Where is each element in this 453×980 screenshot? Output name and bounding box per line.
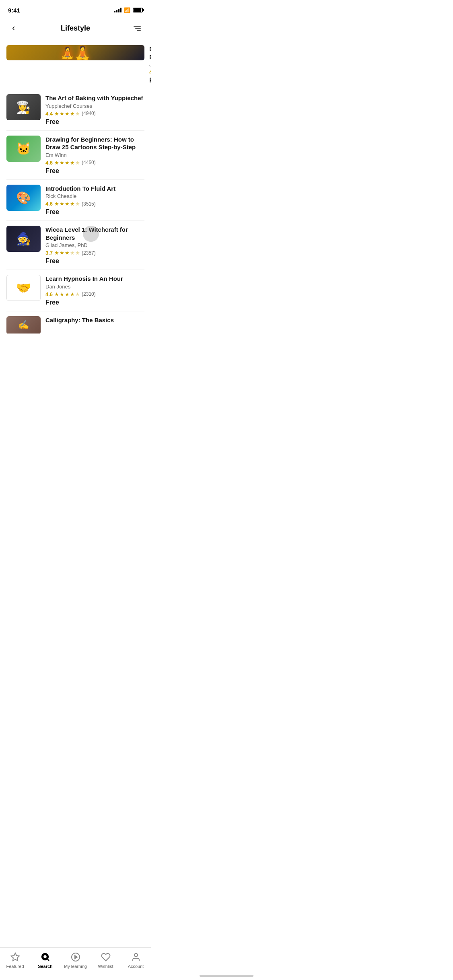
course-title-hypnosis: Learn Hypnosis In An Hour bbox=[45, 275, 144, 283]
course-item-hypnosis[interactable]: 🤝 Learn Hypnosis In An Hour Dan Jones 4.… bbox=[6, 270, 144, 311]
status-bar: 9:41 📶 bbox=[0, 0, 151, 18]
page-header: ‹ Lifestyle bbox=[0, 18, 151, 40]
stars-drawing: ★★★★★ bbox=[54, 160, 80, 166]
course-info-drawing: Drawing for Beginners: How to Draw 25 Ca… bbox=[45, 136, 144, 175]
course-rating-wicca: 3.7 ★★★★★ (2357) bbox=[45, 250, 144, 256]
course-price-fluid: Free bbox=[45, 208, 144, 216]
course-title-wicca: Wicca Level 1: Witchcraft for Beginners bbox=[45, 226, 144, 241]
course-thumbnail-hypnosis: 🤝 bbox=[6, 275, 41, 301]
course-thumbnail-drawing: 🐱 bbox=[6, 136, 41, 162]
course-price-hypnosis: Free bbox=[45, 299, 144, 306]
course-item-drawing[interactable]: 🐱 Drawing for Beginners: How to Draw 25 … bbox=[6, 131, 144, 180]
stars-wicca: ★★★★★ bbox=[54, 250, 80, 256]
course-thumbnail-calligraphy: ✍️ bbox=[6, 316, 41, 334]
course-rating-drawing: 4.6 ★★★★★ (4450) bbox=[45, 160, 144, 166]
stars-hypnosis: ★★★★★ bbox=[54, 291, 80, 297]
course-title-drawing: Drawing for Beginners: How to Draw 25 Ca… bbox=[45, 136, 144, 151]
course-title-fluid: Introduction To Fluid Art bbox=[45, 185, 144, 193]
filter-button[interactable] bbox=[130, 21, 144, 35]
course-thumbnail-energy-body: 🧘 bbox=[6, 45, 144, 60]
course-item-fluid-art[interactable]: 🎨 Introduction To Fluid Art Rick Cheadle… bbox=[6, 180, 144, 221]
course-list: 🧘 Discover your Energy Body James Seriph… bbox=[0, 40, 151, 334]
course-info-calligraphy: Calligraphy: The Basics bbox=[45, 316, 144, 334]
course-instructor-wicca: Gilad James, PhD bbox=[45, 242, 144, 248]
course-rating-baking: 4.4 ★★★★★ (4940) bbox=[45, 111, 144, 117]
course-title-calligraphy: Calligraphy: The Basics bbox=[45, 316, 144, 324]
back-arrow-icon: ‹ bbox=[12, 23, 15, 33]
course-thumbnail-fluid: 🎨 bbox=[6, 185, 41, 211]
stars-baking: ★★★★★ bbox=[54, 111, 80, 117]
course-info-fluid: Introduction To Fluid Art Rick Cheadle 4… bbox=[45, 185, 144, 216]
course-instructor-hypnosis: Dan Jones bbox=[45, 284, 144, 290]
course-list-wrapper: 🧘 Discover your Energy Body James Seriph… bbox=[0, 40, 151, 370]
filter-icon bbox=[134, 26, 141, 31]
course-rating-fluid: 4.6 ★★★★★ (3515) bbox=[45, 201, 144, 207]
course-item-wicca[interactable]: 🧙 Wicca Level 1: Witchcraft for Beginner… bbox=[6, 221, 144, 270]
battery-icon bbox=[133, 8, 143, 12]
course-item-baking[interactable]: 👩‍🍳 The Art of Baking with Yuppiechef Yu… bbox=[6, 89, 144, 131]
course-instructor-fluid: Rick Cheadle bbox=[45, 193, 144, 199]
stars-fluid: ★★★★★ bbox=[54, 201, 80, 207]
course-thumbnail-wicca: 🧙 bbox=[6, 226, 41, 252]
course-info-baking: The Art of Baking with Yuppiechef Yuppie… bbox=[45, 94, 144, 126]
status-icons: 📶 bbox=[114, 7, 143, 13]
course-info-energy-body: Discover your Energy Body James Seriph 4… bbox=[149, 45, 151, 84]
course-info-hypnosis: Learn Hypnosis In An Hour Dan Jones 4.6 … bbox=[45, 275, 144, 306]
course-thumbnail-baking: 👩‍🍳 bbox=[6, 94, 41, 120]
course-info-wicca: Wicca Level 1: Witchcraft for Beginners … bbox=[45, 226, 144, 265]
course-item-calligraphy[interactable]: ✍️ Calligraphy: The Basics bbox=[6, 311, 144, 334]
course-instructor-baking: Yuppiechef Courses bbox=[45, 103, 144, 109]
course-title-energy-body: Discover your Energy Body bbox=[149, 45, 151, 61]
course-rating-hypnosis: 4.6 ★★★★★ (2310) bbox=[45, 291, 144, 297]
course-instructor-drawing: Em Winn bbox=[45, 152, 144, 158]
signal-icon bbox=[114, 8, 121, 12]
course-price-wicca: Free bbox=[45, 257, 144, 265]
page-title: Lifestyle bbox=[61, 24, 90, 33]
back-button[interactable]: ‹ bbox=[6, 21, 21, 35]
course-price-energy-body: Free bbox=[149, 77, 151, 84]
course-item-energy-body[interactable]: 🧘 Discover your Energy Body James Seriph… bbox=[6, 40, 144, 89]
wifi-icon: 📶 bbox=[124, 7, 130, 13]
course-title-baking: The Art of Baking with Yuppiechef bbox=[45, 94, 144, 102]
course-price-drawing: Free bbox=[45, 167, 144, 175]
course-price-baking: Free bbox=[45, 118, 144, 126]
course-rating-energy-body: 4.6 ★★★★★ (8260) bbox=[149, 69, 151, 75]
status-time: 9:41 bbox=[8, 7, 20, 14]
course-instructor-energy-body: James Seriph bbox=[149, 62, 151, 68]
